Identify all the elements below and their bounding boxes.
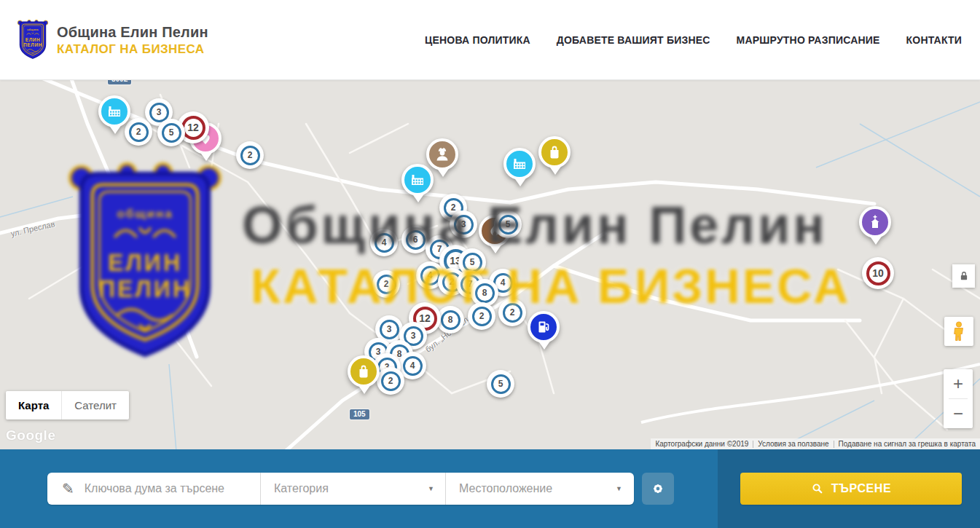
cluster-count: 12 bbox=[419, 312, 431, 324]
zoom-in-button[interactable]: + bbox=[944, 369, 973, 398]
municipality-crest-logo: община ЕЛИН ПЕЛИН bbox=[16, 19, 50, 61]
gear-icon bbox=[650, 481, 666, 497]
pin-circle bbox=[859, 206, 891, 238]
cluster-count: 5 bbox=[169, 127, 174, 138]
map-type-map-button[interactable]: Карта bbox=[6, 391, 61, 419]
church-icon bbox=[866, 213, 884, 231]
nav-add-your-business[interactable]: ДОБАВЕТЕ ВАШИЯТ БИЗНЕС bbox=[557, 34, 710, 46]
cluster-count: 2 bbox=[388, 376, 393, 386]
site-title: Община Елин Пелин bbox=[57, 24, 208, 41]
cluster-count: 4 bbox=[382, 237, 387, 248]
attribution-report-error-link[interactable]: Подаване на сигнал за грешка в картата bbox=[834, 440, 980, 448]
svg-text:община: община bbox=[27, 28, 39, 31]
category-select[interactable]: Категория ▼ bbox=[261, 473, 446, 505]
cluster-count: 12 bbox=[187, 122, 199, 133]
nav-pricing-policy[interactable]: ЦЕНОВА ПОЛИТИКА bbox=[425, 34, 530, 46]
cluster-ring: 3 bbox=[454, 215, 474, 235]
cluster-ring: 5 bbox=[491, 374, 511, 394]
cluster-count: 5 bbox=[498, 379, 503, 389]
church-category-pin[interactable] bbox=[859, 206, 893, 248]
pin-tail bbox=[358, 385, 371, 394]
header: община ЕЛИН ПЕЛИН Община Елин Пелин КАТА… bbox=[0, 0, 980, 80]
cluster-ring: 5 bbox=[498, 215, 518, 235]
bag-icon bbox=[355, 363, 372, 380]
bag-category-pin[interactable] bbox=[538, 136, 572, 178]
location-select-label: Местоположение bbox=[459, 482, 552, 495]
cluster-ring: 10 bbox=[866, 261, 890, 285]
pin-tail bbox=[869, 235, 882, 245]
cluster-ring: 8 bbox=[475, 283, 495, 303]
keyword-section: ✎ bbox=[47, 473, 261, 505]
cluster-marker[interactable]: 2 bbox=[372, 270, 400, 298]
category-select-label: Категория bbox=[274, 482, 329, 495]
cluster-count: 5 bbox=[470, 257, 475, 267]
cluster-ring: 2 bbox=[381, 371, 401, 391]
keyword-search-input[interactable] bbox=[85, 482, 260, 495]
cluster-ring: 3 bbox=[380, 320, 399, 339]
zoom-out-button[interactable]: − bbox=[944, 399, 973, 428]
search-fields-group: ✎ Категория ▼ Местоположение ▼ bbox=[47, 473, 634, 505]
search-submit-button[interactable]: ТЪРСЕНЕ bbox=[740, 473, 962, 505]
worker-icon bbox=[434, 146, 451, 163]
factory-category-pin[interactable] bbox=[401, 164, 435, 206]
cluster-marker[interactable]: 4 bbox=[370, 229, 398, 256]
pin-tail bbox=[412, 193, 425, 202]
attribution-terms-link[interactable]: Условия за ползване bbox=[753, 440, 833, 448]
cluster-ring: 6 bbox=[406, 230, 426, 250]
cluster-ring: 5 bbox=[463, 253, 482, 272]
pin-circle bbox=[528, 311, 560, 343]
google-map[interactable]: 8002 105 ул. Преслав бул. „Новосел 12325… bbox=[0, 80, 980, 449]
cluster-ring: 2 bbox=[503, 303, 522, 323]
pin-tail bbox=[436, 168, 450, 177]
cluster-marker[interactable]: 2 bbox=[498, 299, 526, 326]
cluster-count: 8 bbox=[448, 315, 453, 325]
map-type-control: Карта Сателит bbox=[6, 391, 129, 419]
factory-category-pin[interactable] bbox=[503, 148, 537, 190]
pin-tail bbox=[538, 340, 551, 350]
lock-button[interactable] bbox=[952, 264, 975, 288]
road-number-badge: 8002 bbox=[108, 80, 131, 84]
cluster-marker[interactable]: 10 bbox=[862, 257, 894, 289]
cluster-marker[interactable]: 2 bbox=[236, 141, 264, 169]
cluster-count: 2 bbox=[450, 277, 455, 287]
street-view-pegman-button[interactable] bbox=[944, 317, 973, 346]
factory-category-pin[interactable] bbox=[98, 95, 132, 138]
pin-tail bbox=[549, 165, 562, 175]
cluster-marker[interactable]: 5 bbox=[494, 210, 522, 238]
search-icon bbox=[811, 482, 824, 495]
cluster-count: 2 bbox=[510, 307, 515, 318]
bag-icon bbox=[546, 143, 563, 161]
cluster-marker[interactable]: 2 bbox=[468, 302, 495, 330]
bag-category-pin[interactable] bbox=[348, 355, 381, 398]
google-logo[interactable]: Google bbox=[6, 427, 55, 444]
pencil-icon: ✎ bbox=[62, 480, 74, 497]
advanced-settings-button[interactable] bbox=[642, 473, 674, 505]
pin-tail bbox=[109, 125, 122, 134]
cluster-count: 3 bbox=[157, 107, 162, 117]
nav-contacts[interactable]: КОНТАКТИ bbox=[906, 34, 962, 46]
cluster-count: 4 bbox=[410, 360, 415, 371]
cluster-count: 5 bbox=[506, 219, 511, 229]
cluster-ring: 5 bbox=[162, 123, 181, 143]
factory-icon bbox=[511, 155, 528, 173]
fuel-category-pin[interactable] bbox=[528, 311, 561, 353]
map-type-satellite-button[interactable]: Сателит bbox=[61, 391, 129, 419]
site-subtitle: КАТАЛОГ НА БИЗНЕСА bbox=[57, 42, 208, 57]
svg-text:ПЕЛИН: ПЕЛИН bbox=[23, 42, 42, 47]
cluster-marker[interactable]: 5 bbox=[157, 119, 185, 146]
cluster-marker[interactable]: 3 bbox=[450, 210, 477, 238]
cluster-ring: 2 bbox=[472, 307, 492, 326]
cluster-ring: 4 bbox=[403, 356, 423, 376]
cluster-ring: 2 bbox=[377, 275, 396, 294]
nav-route-schedule[interactable]: МАРШРУТНО РАЗПИСАНИЕ bbox=[737, 34, 880, 46]
cluster-count: 4 bbox=[501, 277, 506, 288]
brand-logo[interactable]: община ЕЛИН ПЕЛИН Община Елин Пелин КАТА… bbox=[16, 19, 208, 61]
pin-circle bbox=[503, 148, 536, 180]
cluster-count: 2 bbox=[248, 150, 253, 160]
pin-circle bbox=[98, 95, 130, 127]
main-nav: ЦЕНОВА ПОЛИТИКА ДОБАВЕТЕ ВАШИЯТ БИЗНЕС М… bbox=[425, 0, 962, 80]
factory-icon bbox=[409, 171, 426, 189]
cluster-marker[interactable]: 5 bbox=[487, 370, 514, 398]
cluster-count: 10 bbox=[872, 267, 884, 279]
location-select[interactable]: Местоположение ▼ bbox=[446, 473, 633, 505]
